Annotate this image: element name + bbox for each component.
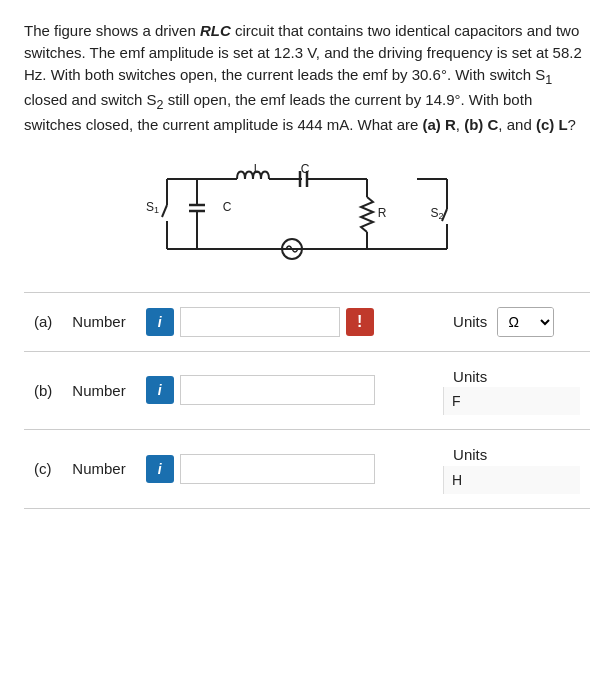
units-label-a: Units	[453, 313, 487, 330]
units-label-c: Units	[453, 446, 487, 463]
answer-row-a: (a) Number i ! Units Ω kΩ mΩ	[24, 292, 590, 351]
input-cell-a: i !	[136, 292, 433, 351]
svg-text:S2: S2	[430, 206, 443, 221]
part-label-b: (b)	[24, 351, 62, 430]
answer-table: (a) Number i ! Units Ω kΩ mΩ (b) Number	[24, 292, 590, 510]
number-label-c: Number	[62, 430, 135, 509]
units-cell-a: Units Ω kΩ mΩ	[433, 292, 590, 351]
circuit-diagram: L C R S2 S1	[24, 154, 590, 274]
part-label-c: (c)	[24, 430, 62, 509]
svg-text:R: R	[378, 206, 387, 220]
units-value-b: F	[443, 387, 580, 415]
answer-row-c: (c) Number i Units H	[24, 430, 590, 509]
units-cell-c: Units H	[433, 430, 590, 509]
alert-button-a[interactable]: !	[346, 308, 374, 336]
part-label-a: (a)	[24, 292, 62, 351]
info-button-b[interactable]: i	[146, 376, 174, 404]
svg-text:C: C	[223, 200, 232, 214]
units-select-a[interactable]: Ω kΩ mΩ	[498, 308, 553, 336]
number-label-b: Number	[62, 351, 135, 430]
number-input-c[interactable]	[180, 454, 375, 484]
number-input-a[interactable]	[180, 307, 340, 337]
answer-row-b: (b) Number i Units F	[24, 351, 590, 430]
units-cell-b: Units F	[433, 351, 590, 430]
units-select-wrapper-a[interactable]: Ω kΩ mΩ	[497, 307, 554, 337]
info-button-c[interactable]: i	[146, 455, 174, 483]
number-input-b[interactable]	[180, 375, 375, 405]
number-label-a: Number	[62, 292, 135, 351]
svg-text:C: C	[301, 162, 310, 176]
input-cell-b: i	[136, 351, 433, 430]
input-cell-c: i	[136, 430, 433, 509]
problem-text: The figure shows a driven RLC circuit th…	[24, 20, 590, 136]
units-value-c: H	[443, 466, 580, 494]
info-button-a[interactable]: i	[146, 308, 174, 336]
svg-line-20	[162, 205, 167, 217]
svg-text:S1: S1	[146, 200, 159, 215]
units-label-b: Units	[453, 368, 487, 385]
